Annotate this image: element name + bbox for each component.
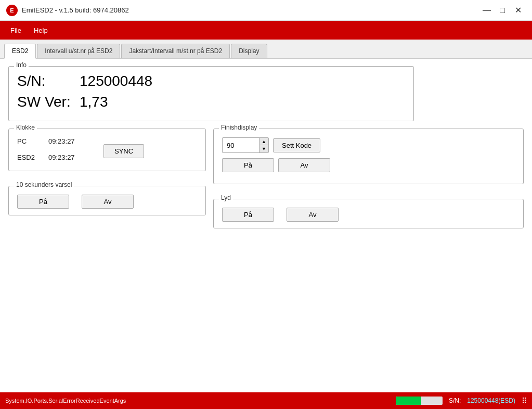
spin-down-button[interactable]: ▼ bbox=[259, 145, 268, 152]
lyd-av-button[interactable]: Av bbox=[287, 208, 339, 222]
tab-jakstart[interactable]: Jakstart/Intervall m/st.nr på ESD2 bbox=[121, 44, 230, 58]
dots-icon[interactable]: ⠿ bbox=[522, 397, 527, 405]
sw-key: SW Ver: bbox=[17, 94, 80, 110]
pc-label: PC bbox=[17, 137, 48, 145]
finishdisplay-group-label: Finishdisplay bbox=[219, 124, 259, 131]
klokke-group-label: Klokke bbox=[14, 124, 37, 131]
app-name: EmitESD2 bbox=[22, 6, 53, 14]
sn-value: 125000448 bbox=[80, 73, 152, 90]
tab-display[interactable]: Display bbox=[231, 44, 267, 58]
finishdisplay-pa-button[interactable]: På bbox=[222, 158, 274, 172]
varsel-group-label: 10 sekunders varsel bbox=[14, 181, 74, 188]
sn-key: S/N: bbox=[17, 73, 80, 90]
title-text: EmitESD2 - v.1.5 build: 6974.20862 bbox=[22, 6, 479, 14]
spin-up-button[interactable]: ▲ bbox=[259, 138, 268, 145]
tab-intervall-u[interactable]: Intervall u/st.nr på ESD2 bbox=[37, 44, 120, 58]
sw-value: 1,73 bbox=[80, 94, 108, 110]
lyd-group: Lyd På Av bbox=[213, 199, 524, 228]
sw-row: SW Ver: 1,73 bbox=[17, 94, 405, 110]
main-content: Info S/N: 125000448 SW Ver: 1,73 Klokke … bbox=[0, 59, 532, 392]
title-bar: E EmitESD2 - v.1.5 build: 6974.20862 — □… bbox=[0, 0, 532, 21]
menu-item-file[interactable]: File bbox=[4, 24, 28, 36]
varsel-av-button[interactable]: Av bbox=[82, 195, 134, 209]
close-button[interactable]: ✕ bbox=[510, 3, 526, 18]
menu-item-help[interactable]: Help bbox=[28, 24, 54, 36]
sett-kode-button[interactable]: Sett Kode bbox=[273, 138, 320, 152]
sync-button[interactable]: SYNC bbox=[103, 144, 144, 158]
lyd-pa-button[interactable]: På bbox=[222, 208, 274, 222]
progress-area bbox=[396, 397, 443, 405]
sn-status-value: 125000448(ESD) bbox=[467, 397, 515, 404]
spinbox-input[interactable] bbox=[223, 139, 259, 151]
status-bar: System.IO.Ports.SerialErrorReceivedEvent… bbox=[0, 392, 532, 409]
finishdisplay-group: Finishdisplay ▲ ▼ Sett Kode På Av bbox=[213, 129, 524, 184]
esd2-label: ESD2 bbox=[17, 154, 48, 161]
tabs-bar: ESD2 Intervall u/st.nr på ESD2 Jakstart/… bbox=[0, 40, 532, 59]
varsel-pa-button[interactable]: På bbox=[17, 195, 69, 209]
menu-bar: File Help bbox=[0, 21, 532, 40]
sn-row: S/N: 125000448 bbox=[17, 73, 405, 90]
varsel-group: 10 sekunders varsel På Av bbox=[8, 186, 206, 215]
spinbox-buttons: ▲ ▼ bbox=[259, 138, 268, 152]
finishdisplay-spinbox: ▲ ▼ bbox=[222, 137, 269, 153]
esd2-clock-row: ESD2 09:23:27 bbox=[17, 154, 95, 161]
progress-bar bbox=[396, 397, 443, 405]
pc-time: 09:23:27 bbox=[48, 137, 95, 145]
tab-esd2[interactable]: ESD2 bbox=[4, 44, 36, 59]
status-message: System.IO.Ports.SerialErrorReceivedEvent… bbox=[5, 398, 390, 404]
app-version: - v.1.5 build: 6974.20862 bbox=[53, 6, 129, 14]
svg-text:E: E bbox=[10, 7, 14, 14]
lyd-group-label: Lyd bbox=[219, 194, 233, 201]
info-group-label: Info bbox=[14, 61, 29, 69]
minimize-button[interactable]: — bbox=[479, 3, 495, 18]
klokke-group: Klokke PC 09:23:27 ESD2 09:23:27 SYNC bbox=[8, 129, 206, 171]
info-group: Info S/N: 125000448 SW Ver: 1,73 bbox=[8, 66, 414, 121]
esd2-time: 09:23:27 bbox=[48, 154, 95, 161]
pc-clock-row: PC 09:23:27 bbox=[17, 137, 95, 145]
app-logo: E bbox=[6, 5, 18, 16]
finishdisplay-av-button[interactable]: Av bbox=[278, 158, 330, 172]
sn-status-label: S/N: bbox=[449, 397, 461, 404]
maximize-button[interactable]: □ bbox=[495, 3, 510, 18]
bottom-area: Klokke PC 09:23:27 ESD2 09:23:27 SYNC bbox=[8, 129, 524, 236]
progress-bar-fill bbox=[396, 397, 422, 405]
